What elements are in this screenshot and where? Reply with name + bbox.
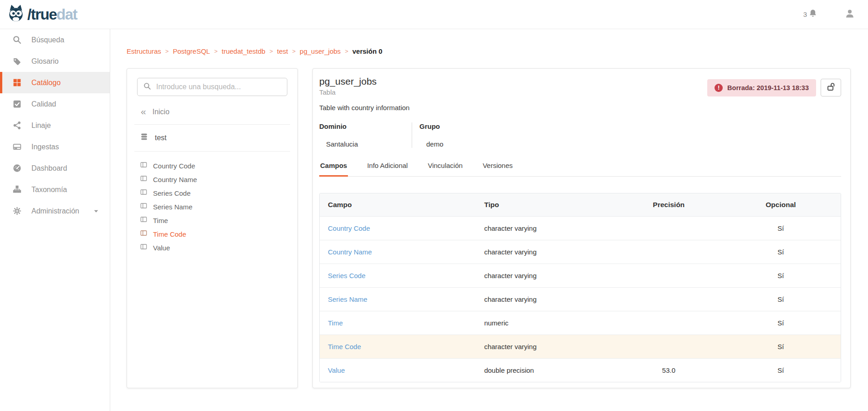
notifications-button[interactable]: 3: [803, 9, 818, 20]
notification-count: 3: [803, 10, 807, 18]
table-row: Series Code character varying Sí: [320, 264, 841, 287]
column-header-tipo: Tipo: [476, 201, 617, 209]
user-icon: [844, 8, 855, 21]
sidebar-item-linaje[interactable]: Linaje: [0, 115, 110, 136]
field-optional: Sí: [721, 366, 841, 374]
sidebar-item-calidad[interactable]: Calidad: [0, 93, 110, 115]
tab-versiones[interactable]: Versiones: [482, 162, 514, 177]
truedat-logo[interactable]: /truedat: [6, 4, 77, 25]
sidebar: Búsqueda Glosario Catálogo: [0, 29, 110, 411]
column-icon: [140, 161, 148, 170]
search-icon: [12, 35, 22, 45]
field-optional: Sí: [721, 248, 841, 256]
tab-vinculacion[interactable]: Vinculación: [427, 162, 463, 177]
field-type: character varying: [476, 343, 617, 350]
breadcrumb-link-estructuras[interactable]: Estructuras: [127, 47, 161, 55]
field-link[interactable]: Time: [328, 319, 343, 327]
tab-info-adicional[interactable]: Info Adicional: [366, 162, 408, 177]
breadcrumb: Estructuras > PostgreSQL > truedat_testd…: [127, 47, 868, 55]
field-type: character varying: [476, 272, 617, 279]
tree-back-inicio[interactable]: « Inicio: [141, 108, 287, 116]
divider: [134, 151, 290, 152]
field-link[interactable]: Time Code: [328, 343, 361, 350]
user-menu-button[interactable]: [844, 8, 855, 21]
column-icon: [140, 229, 148, 238]
table-row: Value double precision 53.0 Sí: [320, 358, 841, 382]
content-area: Estructuras > PostgreSQL > truedat_testd…: [110, 29, 868, 411]
grid-icon: [12, 78, 22, 87]
tree-search-input[interactable]: [156, 83, 281, 91]
field-link[interactable]: Value: [328, 366, 345, 374]
breadcrumb-separator: >: [270, 48, 273, 55]
table-row: Country Code character varying Sí: [320, 216, 841, 240]
top-header: /truedat 3: [0, 0, 868, 29]
share-icon: [12, 121, 22, 130]
field-optional: Sí: [721, 224, 841, 232]
field-type: character varying: [476, 248, 617, 256]
structure-tree-panel: « Inicio test: [127, 68, 298, 388]
grupo-label: Grupo: [419, 122, 505, 130]
unlock-button[interactable]: [821, 79, 841, 96]
breadcrumb-link-postgresql[interactable]: PostgreSQL: [173, 47, 210, 55]
breadcrumb-separator: >: [345, 48, 348, 55]
structure-description: Table with country information: [319, 104, 841, 112]
column-header-precision: Precisión: [617, 201, 721, 209]
search-icon: [143, 82, 152, 92]
dominio-label: Dominio: [319, 122, 412, 130]
sidebar-item-taxonomia[interactable]: Taxonomía: [0, 179, 110, 200]
dominio-value: Santalucia: [319, 140, 412, 148]
bell-icon: [808, 9, 818, 20]
database-icon: [140, 132, 148, 143]
field-link[interactable]: Country Code: [328, 224, 370, 232]
breadcrumb-link-pg-user-jobs[interactable]: pg_user_jobs: [300, 47, 341, 55]
tree-field-value[interactable]: Value: [137, 241, 287, 254]
sidebar-item-glosario[interactable]: Glosario: [0, 51, 110, 72]
breadcrumb-current-version: versión 0: [352, 47, 383, 55]
warning-icon: !: [715, 84, 723, 92]
field-link[interactable]: Series Code: [328, 272, 366, 279]
tree-field-series-code[interactable]: Series Code: [137, 186, 287, 200]
breadcrumb-separator: >: [292, 48, 296, 55]
tab-campos[interactable]: Campos: [319, 162, 348, 177]
field-link[interactable]: Country Name: [328, 248, 372, 256]
sidebar-item-ingestas[interactable]: Ingestas: [0, 136, 110, 157]
tree-field-country-code[interactable]: Country Code: [137, 159, 287, 173]
breadcrumb-separator: >: [214, 48, 218, 55]
field-type: double precision: [476, 366, 617, 374]
metadata-section: Dominio Santalucia Grupo demo: [319, 122, 841, 148]
breadcrumb-link-test[interactable]: test: [277, 47, 288, 55]
chevron-down-icon: [92, 208, 100, 215]
table-row: Series Name character varying Sí: [320, 287, 841, 311]
tree-field-series-name[interactable]: Series Name: [137, 200, 287, 213]
table-row: Country Name character varying Sí: [320, 240, 841, 264]
field-precision: 53.0: [617, 366, 721, 374]
breadcrumb-separator: >: [165, 48, 169, 55]
tree-field-time-code[interactable]: Time Code: [137, 227, 287, 241]
status-badge: ! Borrada: 2019-11-13 18:33: [707, 79, 816, 96]
column-icon: [140, 243, 148, 252]
unlock-icon: [826, 81, 837, 94]
table-row-selected: Time Code character varying Sí: [320, 335, 841, 358]
tags-icon: [12, 56, 22, 66]
field-optional: Sí: [721, 343, 841, 350]
check-square-icon: [12, 99, 22, 109]
sidebar-item-dashboard[interactable]: Dashboard: [0, 157, 110, 179]
field-optional: Sí: [721, 272, 841, 279]
field-optional: Sí: [721, 319, 841, 327]
sidebar-item-administracion[interactable]: Administración: [0, 200, 110, 222]
field-type: character varying: [476, 224, 617, 232]
column-icon: [140, 202, 148, 211]
column-icon: [140, 188, 148, 198]
breadcrumb-link-truedat-testdb[interactable]: truedat_testdb: [222, 47, 266, 55]
tree-item-test[interactable]: test: [140, 132, 287, 143]
column-icon: [140, 216, 148, 225]
sidebar-item-catalogo[interactable]: Catálogo: [0, 72, 110, 93]
field-link[interactable]: Series Name: [328, 295, 368, 303]
tree-search: [137, 78, 287, 96]
table-header-row: Campo Tipo Precisión Opcional: [320, 193, 841, 216]
tree-field-country-name[interactable]: Country Name: [137, 173, 287, 186]
column-icon: [140, 175, 148, 184]
detail-tabs: Campos Info Adicional Vinculación Versio…: [319, 162, 841, 177]
sidebar-item-busqueda[interactable]: Búsqueda: [0, 29, 110, 51]
tree-field-time[interactable]: Time: [137, 213, 287, 227]
